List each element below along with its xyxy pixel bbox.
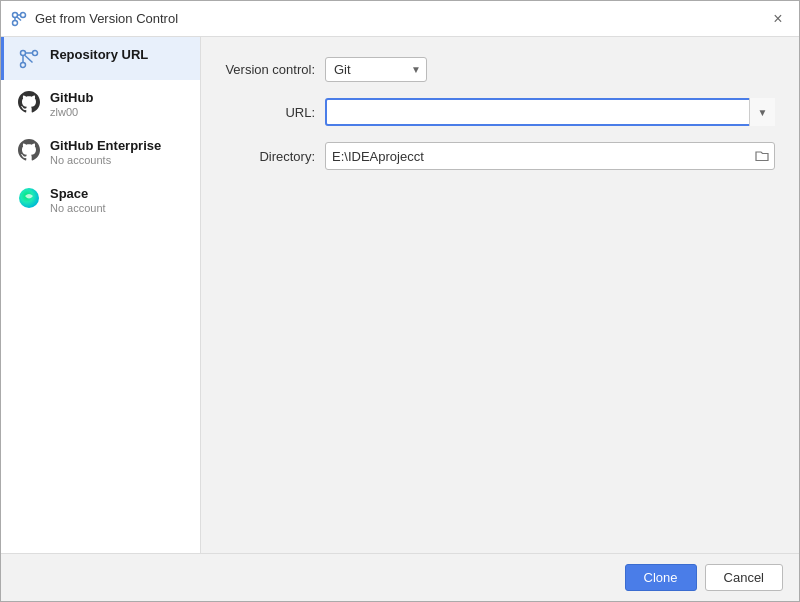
title-bar-left: Get from Version Control [11, 11, 178, 27]
dialog: Get from Version Control × Repository UR… [0, 0, 800, 602]
sidebar-repo-label: Repository URL [50, 47, 148, 62]
vcs-icon [11, 11, 27, 27]
sidebar-item-content-space: Space No account [50, 186, 106, 214]
repo-icon [18, 48, 40, 70]
sidebar-space-label: Space [50, 186, 106, 201]
dialog-footer: Clone Cancel [1, 553, 799, 601]
url-dropdown-button[interactable]: ▼ [749, 98, 775, 126]
svg-point-1 [13, 20, 18, 25]
space-icon [18, 187, 40, 209]
sidebar-space-sub: No account [50, 202, 106, 214]
github-icon [18, 91, 40, 113]
sidebar-ghe-label: GitHub Enterprise [50, 138, 161, 153]
sidebar-ghe-sub: No accounts [50, 154, 161, 166]
title-bar: Get from Version Control × [1, 1, 799, 37]
svg-line-5 [17, 17, 21, 21]
cancel-button[interactable]: Cancel [705, 564, 783, 591]
url-input-wrapper: ▼ [325, 98, 775, 126]
sidebar-item-repository-url[interactable]: Repository URL [1, 37, 200, 80]
svg-line-11 [25, 56, 33, 63]
sidebar-item-space[interactable]: Space No account [1, 176, 200, 224]
folder-icon [755, 149, 769, 163]
sidebar-item-content-ghe: GitHub Enterprise No accounts [50, 138, 161, 166]
sidebar-item-content-github: GitHub zlw00 [50, 90, 93, 118]
directory-input-wrapper [325, 142, 775, 170]
directory-row: Directory: [225, 142, 775, 170]
sidebar-item-github[interactable]: GitHub zlw00 [1, 80, 200, 128]
url-label: URL: [225, 105, 315, 120]
dialog-body: Repository URL GitHub zlw00 GitH [1, 37, 799, 553]
sidebar-github-sub: zlw00 [50, 106, 93, 118]
clone-button[interactable]: Clone [625, 564, 697, 591]
svg-point-0 [13, 12, 18, 17]
close-button[interactable]: × [767, 8, 789, 30]
svg-point-7 [21, 63, 26, 68]
main-content: Version control: Git Mercurial Subversio… [201, 37, 799, 553]
sidebar-github-label: GitHub [50, 90, 93, 105]
directory-input[interactable] [325, 142, 775, 170]
version-control-row: Version control: Git Mercurial Subversio… [225, 57, 775, 82]
dialog-title: Get from Version Control [35, 11, 178, 26]
github-enterprise-icon [18, 139, 40, 161]
version-control-select[interactable]: Git Mercurial Subversion [325, 57, 427, 82]
version-control-select-wrapper: Git Mercurial Subversion ▼ [325, 57, 427, 82]
sidebar: Repository URL GitHub zlw00 GitH [1, 37, 201, 553]
directory-browse-button[interactable] [751, 145, 773, 167]
sidebar-item-github-enterprise[interactable]: GitHub Enterprise No accounts [1, 128, 200, 176]
url-input[interactable] [325, 98, 775, 126]
url-row: URL: ▼ [225, 98, 775, 126]
version-control-label: Version control: [225, 62, 315, 77]
svg-point-8 [33, 51, 38, 56]
svg-point-2 [21, 12, 26, 17]
svg-point-6 [21, 51, 26, 56]
sidebar-item-content-repo: Repository URL [50, 47, 148, 62]
directory-label: Directory: [225, 149, 315, 164]
